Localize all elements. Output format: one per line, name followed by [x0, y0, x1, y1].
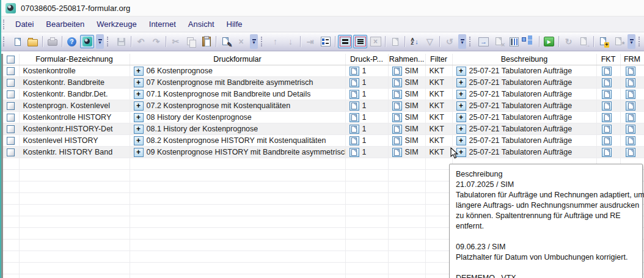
druckformular-expand-button[interactable]: +	[134, 101, 144, 111]
frm-button[interactable]	[626, 67, 635, 76]
cell-select[interactable]	[3, 77, 19, 89]
druck-p-memo-button[interactable]	[349, 101, 359, 111]
row-checkbox[interactable]	[7, 114, 15, 122]
menu-item-hilfe[interactable]: Hilfe	[221, 18, 248, 31]
column-header-druck_p[interactable]: Druck-P...	[345, 54, 388, 65]
cell-druck-p[interactable]: 1	[345, 65, 388, 77]
cell-frm[interactable]	[620, 112, 644, 123]
frm-button[interactable]	[626, 113, 635, 122]
cell-beschreibung[interactable]: +25-07-21 Tabulatoren Aufträge	[452, 135, 596, 147]
cell-druck-p[interactable]: 1	[345, 89, 388, 100]
cell-formular[interactable]: Kostenkontr. Bandbreite	[19, 77, 130, 89]
rahmen-memo-button[interactable]	[392, 136, 402, 145]
open-folder-icon[interactable]	[26, 35, 40, 48]
cell-fkt[interactable]	[596, 135, 620, 147]
cell-frm[interactable]	[620, 147, 644, 158]
new-document-icon[interactable]	[10, 35, 24, 48]
toolbar-grip[interactable]	[639, 37, 643, 46]
cell-filter[interactable]: KKT	[425, 147, 452, 158]
cell-select[interactable]	[3, 147, 19, 158]
cell-beschreibung[interactable]: +25-07-21 Tabulatoren Aufträge	[452, 65, 596, 77]
cell-druckformular[interactable]: +07 Kostenprognose mit Bandbreite asymme…	[130, 77, 345, 89]
cell-beschreibung[interactable]: +25-07-21 Tabulatoren Aufträge	[452, 112, 596, 123]
cell-filter[interactable]: KKT	[425, 77, 452, 89]
cell-select[interactable]	[3, 123, 19, 135]
fkt-button[interactable]	[602, 90, 612, 99]
cell-druckformular[interactable]: +07.2 Kostenprognose mit Kostenqualitäte…	[130, 100, 345, 112]
beschreibung-expand-button[interactable]: +	[456, 125, 466, 134]
cell-select[interactable]	[3, 65, 19, 77]
row-checkbox[interactable]	[7, 137, 15, 145]
cell-fkt[interactable]	[596, 100, 620, 112]
cell-druck-p[interactable]: 1	[345, 147, 388, 158]
menubar-grip[interactable]	[3, 20, 7, 29]
fkt-button[interactable]	[602, 101, 612, 111]
cell-beschreibung[interactable]: +25-07-21 Tabulatoren Aufträge	[452, 147, 596, 158]
cell-druck-p[interactable]: 1	[345, 135, 388, 147]
paste-icon[interactable]	[199, 35, 213, 48]
row-checkbox[interactable]	[7, 148, 15, 156]
cell-formular[interactable]: Kostenkontrolle HISTORY	[19, 112, 130, 123]
cell-rahmen[interactable]: SIM	[388, 123, 425, 135]
frm-button[interactable]	[626, 125, 635, 134]
cell-rahmen[interactable]: SIM	[388, 100, 425, 112]
cell-beschreibung[interactable]: +25-07-21 Tabulatoren Aufträge	[452, 123, 596, 135]
druck-p-memo-button[interactable]	[349, 148, 359, 157]
cell-select[interactable]	[3, 112, 19, 123]
rahmen-memo-button[interactable]	[392, 125, 402, 134]
menu-item-datei[interactable]: Datei	[10, 18, 39, 31]
rahmen-memo-button[interactable]	[392, 148, 402, 157]
cell-formular[interactable]: Kostenkontrolle	[19, 65, 130, 77]
column-header-rahmen[interactable]: Rahmen...	[388, 54, 425, 65]
cell-druckformular[interactable]: +08.2 Kostenprognose HISTORY mit Kostenq…	[130, 135, 345, 147]
cell-select[interactable]	[3, 135, 19, 147]
row-checkbox[interactable]	[7, 90, 15, 98]
beschreibung-expand-button[interactable]: +	[456, 101, 466, 111]
column-header-formular[interactable]: Formular-Bezeichnung	[19, 54, 130, 65]
rahmen-memo-button[interactable]	[392, 67, 402, 76]
cell-formular[interactable]: Kostenlevel HISTORY	[19, 135, 130, 147]
help-icon[interactable]: ?	[65, 35, 79, 48]
druck-p-memo-button[interactable]	[349, 113, 359, 122]
druck-p-memo-button[interactable]	[349, 67, 359, 76]
frm-button[interactable]	[626, 148, 635, 157]
row-checkbox[interactable]	[7, 79, 15, 87]
cell-formular[interactable]: Kostenkontr.HISTORY-Det	[19, 123, 130, 135]
beschreibung-expand-button[interactable]: +	[456, 78, 466, 87]
toolbar-grip[interactable]	[469, 37, 474, 46]
cell-frm[interactable]	[620, 65, 644, 77]
cell-druckformular[interactable]: +07.1 Kostenprognose mit Bandbreite und …	[130, 89, 345, 100]
beschreibung-expand-button[interactable]: +	[456, 67, 466, 76]
fkt-button[interactable]	[602, 78, 612, 87]
cell-fkt[interactable]	[596, 65, 620, 77]
column-header-sel[interactable]	[3, 54, 19, 65]
cell-druckformular[interactable]: +08 History der Kostenprognose	[130, 112, 345, 123]
column-header-frm[interactable]: FRM	[620, 54, 644, 65]
row-checkbox[interactable]	[7, 125, 15, 133]
rahmen-memo-button[interactable]	[392, 78, 402, 87]
druckformular-expand-button[interactable]: +	[134, 125, 144, 134]
toolbar-overflow-icon[interactable]: ▾	[96, 34, 104, 49]
cell-frm[interactable]	[620, 135, 644, 147]
cell-rahmen[interactable]: SIM	[388, 147, 425, 158]
rahmen-memo-button[interactable]	[392, 90, 402, 99]
cell-filter[interactable]: KKT	[425, 135, 452, 147]
frm-button[interactable]	[626, 78, 635, 87]
menu-item-internet[interactable]: Internet	[144, 18, 181, 31]
goto-form-icon[interactable]: →	[477, 35, 491, 48]
cell-druckformular[interactable]: +08.1 History der Kostenprognose	[130, 123, 345, 135]
cell-frm[interactable]	[620, 77, 644, 89]
toolbar-grip[interactable]	[261, 37, 265, 46]
cell-druck-p[interactable]: 1	[345, 112, 388, 123]
preview-lens-icon[interactable]	[80, 35, 94, 48]
druckformular-expand-button[interactable]: +	[134, 136, 144, 145]
cell-fkt[interactable]	[596, 147, 620, 158]
cell-filter[interactable]: KKT	[425, 123, 452, 135]
toolbar-grip[interactable]	[107, 37, 111, 46]
memo-view-icon[interactable]	[353, 35, 367, 48]
beschreibung-expand-button[interactable]: +	[456, 90, 466, 99]
new-form-icon[interactable]: +	[596, 35, 610, 48]
column-header-filter[interactable]: Filter	[425, 54, 452, 65]
cell-frm[interactable]	[620, 100, 644, 112]
druck-p-memo-button[interactable]	[349, 125, 359, 134]
